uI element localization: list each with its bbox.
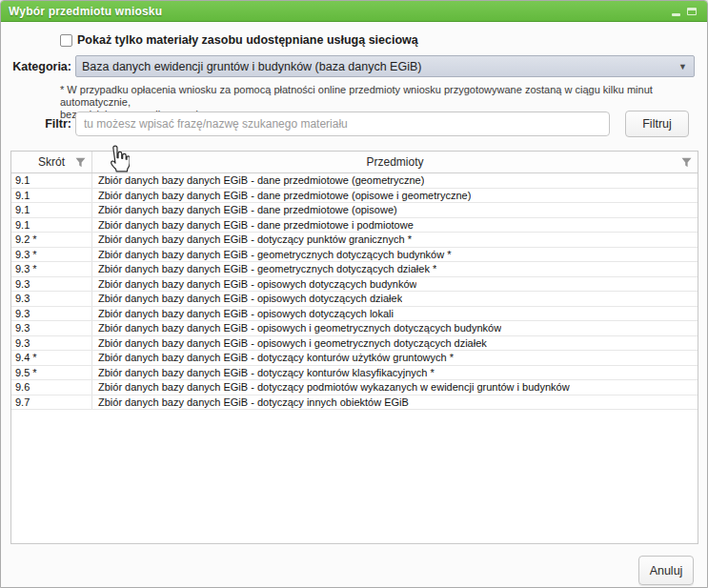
cell-skrot: 9.3	[11, 336, 92, 351]
filter-funnel-icon[interactable]	[680, 156, 693, 169]
filter-label: Filtr:	[1, 117, 71, 131]
cell-przedmiot: Zbiór danych bazy danych EGiB - opisowyc…	[92, 322, 501, 334]
cancel-button[interactable]: Anuluj	[638, 556, 694, 585]
table-row[interactable]: 9.1Zbiór danych bazy danych EGiB - dane …	[11, 189, 698, 204]
column-header-skrot[interactable]: Skrót	[11, 152, 92, 172]
cell-przedmiot: Zbiór danych bazy danych EGiB - dane prz…	[92, 219, 414, 231]
table-row[interactable]: 9.1Zbiór danych bazy danych EGiB - dane …	[11, 203, 698, 218]
cell-skrot: 9.3 *	[11, 248, 92, 262]
cell-przedmiot: Zbiór danych bazy danych EGiB - dotycząc…	[92, 367, 435, 378]
cell-przedmiot: Zbiór danych bazy danych EGiB - geometry…	[92, 263, 436, 274]
materials-table: Skrót Przedmioty 9.1Zbiór danych bazy da…	[10, 151, 698, 544]
cell-skrot: 9.1	[11, 189, 92, 203]
cell-skrot: 9.3	[11, 307, 92, 321]
cell-skrot: 9.1	[11, 173, 92, 188]
cell-przedmiot: Zbiór danych bazy danych EGiB - dotycząc…	[92, 381, 570, 393]
table-row[interactable]: 9.7Zbiór danych bazy danych EGiB - dotyc…	[11, 395, 698, 411]
category-label: Kategoria:	[1, 60, 71, 73]
dialog-title: Wybór przedmiotu wniosku	[1, 5, 162, 18]
web-service-checkbox-label: Pokaż tylko materiały zasobu udostępnian…	[77, 33, 418, 47]
table-row[interactable]: 9.4 *Zbiór danych bazy danych EGiB - dot…	[11, 351, 698, 366]
cell-przedmiot: Zbiór danych bazy danych EGiB - dane prz…	[92, 190, 471, 201]
filter-input[interactable]	[75, 112, 610, 136]
cell-przedmiot: Zbiór danych bazy danych EGiB - opisowyc…	[92, 278, 416, 290]
cell-skrot: 9.2 *	[11, 233, 92, 247]
cell-skrot: 9.7	[11, 395, 92, 410]
cell-skrot: 9.3 *	[11, 262, 92, 276]
chevron-down-icon: ▼	[678, 63, 687, 71]
table-row[interactable]: 9.3Zbiór danych bazy danych EGiB - opiso…	[11, 277, 698, 293]
cell-przedmiot: Zbiór danych bazy danych EGiB - dotycząc…	[92, 233, 412, 245]
table-row[interactable]: 9.1Zbiór danych bazy danych EGiB - dane …	[11, 173, 698, 189]
web-service-filter-row: Pokaż tylko materiały zasobu udostępnian…	[60, 33, 418, 47]
cell-przedmiot: Zbiór danych bazy danych EGiB - dane prz…	[92, 204, 397, 215]
table-row[interactable]: 9.3Zbiór danych bazy danych EGiB - opiso…	[11, 336, 698, 352]
table-row[interactable]: 9.3Zbiór danych bazy danych EGiB - opiso…	[11, 307, 698, 322]
cell-przedmiot: Zbiór danych bazy danych EGiB - opisowyc…	[92, 337, 487, 349]
cell-skrot: 9.3	[11, 321, 92, 335]
table-header: Skrót Przedmioty	[11, 152, 698, 173]
cell-skrot: 9.3	[11, 292, 92, 306]
cell-skrot: 9.3	[11, 277, 92, 292]
table-row[interactable]: 9.3Zbiór danych bazy danych EGiB - opiso…	[11, 321, 698, 336]
table-row[interactable]: 9.3 *Zbiór danych bazy danych EGiB - geo…	[11, 248, 698, 263]
minimize-icon	[672, 13, 680, 16]
table-row[interactable]: 9.3Zbiór danych bazy danych EGiB - opiso…	[11, 292, 698, 307]
cell-skrot: 9.6	[11, 380, 92, 395]
column-header-skrot-label: Skrót	[38, 155, 65, 169]
table-row[interactable]: 9.6Zbiór danych bazy danych EGiB - dotyc…	[11, 380, 698, 395]
titlebar: Wybór przedmiotu wniosku	[1, 1, 707, 22]
filter-button[interactable]: Filtruj	[625, 111, 689, 137]
column-header-przedmioty-label: Przedmioty	[366, 155, 423, 169]
column-header-przedmioty[interactable]: Przedmioty	[92, 152, 698, 172]
cell-skrot: 9.4 *	[11, 351, 92, 365]
table-row[interactable]: 9.1Zbiór danych bazy danych EGiB - dane …	[11, 218, 698, 233]
maximize-icon	[687, 8, 697, 15]
window-controls	[671, 1, 698, 22]
cell-przedmiot: Zbiór danych bazy danych EGiB - dotycząc…	[92, 396, 409, 408]
web-service-checkbox[interactable]	[60, 34, 72, 47]
cell-przedmiot: Zbiór danych bazy danych EGiB - dane prz…	[92, 174, 424, 186]
dialog-wybor-przedmiotu: Wybór przedmiotu wniosku Pokaż tylko mat…	[0, 0, 708, 588]
table-row[interactable]: 9.2 *Zbiór danych bazy danych EGiB - dot…	[11, 233, 698, 248]
cell-przedmiot: Zbiór danych bazy danych EGiB - geometry…	[92, 249, 452, 260]
cell-skrot: 9.1	[11, 203, 92, 217]
cell-przedmiot: Zbiór danych bazy danych EGiB - opisowyc…	[92, 293, 402, 304]
cell-przedmiot: Zbiór danych bazy danych EGiB - opisowyc…	[92, 308, 394, 319]
maximize-button[interactable]	[686, 1, 698, 22]
cell-skrot: 9.5 *	[11, 366, 92, 380]
table-row[interactable]: 9.5 *Zbiór danych bazy danych EGiB - dot…	[11, 366, 698, 381]
note-line-1: * W przypadku opłacenia wniosku za pomoc…	[60, 84, 697, 109]
table-body: 9.1Zbiór danych bazy danych EGiB - dane …	[11, 173, 698, 410]
cell-skrot: 9.1	[11, 218, 92, 233]
category-select[interactable]: Baza danych ewidencji gruntów i budynków…	[75, 55, 695, 77]
category-selected-value: Baza danych ewidencji gruntów i budynków…	[82, 60, 421, 73]
filter-funnel-icon[interactable]	[74, 156, 87, 169]
cell-przedmiot: Zbiór danych bazy danych EGiB - dotycząc…	[92, 352, 454, 363]
table-row[interactable]: 9.3 *Zbiór danych bazy danych EGiB - geo…	[11, 262, 698, 277]
minimize-button[interactable]	[671, 1, 680, 22]
